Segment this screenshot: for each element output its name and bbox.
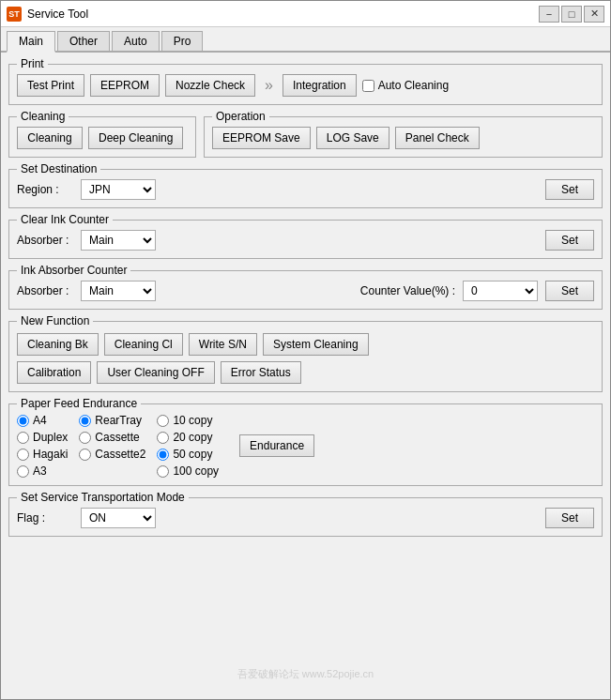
cleaning-operation-row: Cleaning Cleaning Deep Cleaning Operatio… bbox=[8, 113, 603, 158]
title-bar: ST Service Tool − □ ✕ bbox=[1, 1, 610, 27]
radio-10copy-label: 10 copy bbox=[173, 414, 212, 427]
deep-cleaning-button[interactable]: Deep Cleaning bbox=[88, 127, 183, 149]
paper-feed-endurance-label: Paper Feed Endurance bbox=[17, 397, 141, 410]
tab-main[interactable]: Main bbox=[7, 31, 55, 53]
feed-type-col: RearTray Cassette Cassette2 bbox=[79, 414, 145, 478]
flag-select[interactable]: ON OFF bbox=[81, 508, 156, 528]
radio-20copy: 20 copy bbox=[157, 431, 219, 444]
calibration-button[interactable]: Calibration bbox=[17, 361, 91, 384]
auto-cleaning-checkbox[interactable] bbox=[362, 80, 374, 92]
integration-button[interactable]: Integration bbox=[283, 74, 357, 97]
absorber-label-2: Absorber : bbox=[17, 284, 73, 297]
radio-reartray-label: RearTray bbox=[95, 414, 142, 427]
cleaning-bk-button[interactable]: Cleaning Bk bbox=[17, 333, 99, 356]
main-content: Print Test Print EEPROM Nozzle Check » I… bbox=[1, 53, 610, 699]
counter-value-select[interactable]: 0 10 20 50 100 bbox=[463, 281, 538, 301]
system-cleaning-button[interactable]: System Cleaning bbox=[263, 333, 369, 356]
ink-absorber-counter-label: Ink Absorber Counter bbox=[17, 264, 130, 277]
radio-duplex-input[interactable] bbox=[17, 432, 29, 444]
paper-feed-endurance-group: Paper Feed Endurance A4 Duplex Hagaki bbox=[8, 403, 603, 486]
eeprom-button[interactable]: EEPROM bbox=[90, 74, 160, 97]
main-window: ST Service Tool − □ ✕ Main Other Auto Pr… bbox=[0, 0, 611, 700]
radio-cassette2: Cassette2 bbox=[79, 448, 145, 461]
log-save-button[interactable]: LOG Save bbox=[316, 127, 390, 149]
transport-set-button[interactable]: Set bbox=[545, 508, 594, 528]
tab-pro[interactable]: Pro bbox=[161, 31, 204, 51]
radio-50copy: 50 copy bbox=[157, 448, 219, 461]
radio-20copy-label: 20 copy bbox=[173, 431, 212, 444]
app-icon: ST bbox=[7, 7, 22, 22]
close-button[interactable]: ✕ bbox=[584, 6, 604, 23]
copy-count-col: 10 copy 20 copy 50 copy 100 copy bbox=[157, 414, 219, 478]
radio-cassette: Cassette bbox=[79, 431, 145, 444]
radio-hagaki-label: Hagaki bbox=[33, 448, 68, 461]
clear-ink-counter-label: Clear Ink Counter bbox=[17, 213, 113, 226]
radio-10copy: 10 copy bbox=[157, 414, 219, 427]
ink-absorber-set-button[interactable]: Set bbox=[545, 281, 594, 301]
cleaning-group-label: Cleaning bbox=[17, 110, 69, 123]
clear-ink-set-button[interactable]: Set bbox=[545, 230, 594, 251]
radio-duplex-label: Duplex bbox=[33, 431, 68, 444]
test-print-button[interactable]: Test Print bbox=[17, 74, 84, 97]
cleaning-cl-button[interactable]: Cleaning Cl bbox=[104, 333, 183, 356]
radio-a3: A3 bbox=[17, 464, 68, 478]
new-function-label: New Function bbox=[17, 314, 93, 327]
maximize-button[interactable]: □ bbox=[561, 6, 582, 23]
radio-a4-label: A4 bbox=[33, 414, 47, 427]
radio-a3-label: A3 bbox=[33, 464, 47, 478]
tab-other[interactable]: Other bbox=[57, 31, 110, 51]
radio-hagaki-input[interactable] bbox=[17, 449, 29, 461]
tab-bar: Main Other Auto Pro bbox=[1, 27, 610, 53]
error-status-button[interactable]: Error Status bbox=[221, 361, 301, 384]
service-transport-group: Set Service Transportation Mode Flag : O… bbox=[8, 497, 603, 537]
radio-cassette-input[interactable] bbox=[79, 432, 91, 444]
radio-cassette2-input[interactable] bbox=[79, 449, 91, 461]
print-group-label: Print bbox=[17, 57, 48, 70]
auto-cleaning-checkbox-row: Auto Cleaning bbox=[362, 79, 449, 92]
destination-set-button[interactable]: Set bbox=[545, 179, 594, 200]
minimize-button[interactable]: − bbox=[539, 6, 559, 23]
eeprom-save-button[interactable]: EEPROM Save bbox=[212, 127, 311, 149]
radio-a3-input[interactable] bbox=[17, 465, 29, 478]
absorber-label-1: Absorber : bbox=[17, 234, 73, 247]
absorber-select-1[interactable]: Main Sub bbox=[81, 230, 156, 251]
paper-size-col: A4 Duplex Hagaki A3 bbox=[17, 414, 68, 478]
user-cleaning-off-button[interactable]: User Cleaning OFF bbox=[97, 361, 214, 384]
arrow-icon: » bbox=[261, 77, 277, 94]
ink-absorber-counter-group: Ink Absorber Counter Absorber : Main Sub… bbox=[8, 270, 603, 310]
radio-50copy-input[interactable] bbox=[157, 449, 169, 461]
absorber-select-2[interactable]: Main Sub bbox=[81, 281, 156, 301]
cleaning-group: Cleaning Cleaning Deep Cleaning bbox=[8, 116, 196, 158]
set-destination-label: Set Destination bbox=[17, 162, 100, 175]
endurance-col: Endurance bbox=[239, 414, 314, 478]
region-select[interactable]: JPN USA EUR bbox=[81, 179, 156, 200]
window-controls: − □ ✕ bbox=[539, 6, 604, 23]
radio-duplex: Duplex bbox=[17, 431, 68, 444]
set-destination-group: Set Destination Region : JPN USA EUR Set bbox=[8, 169, 603, 208]
radio-100copy: 100 copy bbox=[157, 464, 219, 478]
radio-100copy-input[interactable] bbox=[157, 465, 169, 478]
radio-a4-input[interactable] bbox=[17, 415, 29, 427]
endurance-button[interactable]: Endurance bbox=[239, 434, 314, 457]
nozzle-check-button[interactable]: Nozzle Check bbox=[165, 74, 255, 97]
radio-20copy-input[interactable] bbox=[157, 432, 169, 444]
write-sn-button[interactable]: Write S/N bbox=[189, 333, 257, 356]
new-function-group: New Function Cleaning Bk Cleaning Cl Wri… bbox=[8, 321, 603, 392]
panel-check-button[interactable]: Panel Check bbox=[395, 127, 480, 149]
app-icon-text: ST bbox=[8, 9, 20, 19]
operation-group: Operation EEPROM Save LOG Save Panel Che… bbox=[204, 116, 603, 158]
cleaning-button[interactable]: Cleaning bbox=[17, 127, 83, 149]
radio-hagaki: Hagaki bbox=[17, 448, 68, 461]
tab-auto[interactable]: Auto bbox=[112, 31, 160, 51]
radio-100copy-label: 100 copy bbox=[173, 464, 219, 478]
radio-reartray-input[interactable] bbox=[79, 415, 91, 427]
radio-10copy-input[interactable] bbox=[157, 415, 169, 427]
window-title: Service Tool bbox=[27, 8, 533, 21]
auto-cleaning-label: Auto Cleaning bbox=[378, 79, 449, 92]
clear-ink-counter-group: Clear Ink Counter Absorber : Main Sub Se… bbox=[8, 220, 603, 259]
flag-label: Flag : bbox=[17, 511, 73, 525]
radio-cassette2-label: Cassette2 bbox=[95, 448, 145, 461]
radio-cassette-label: Cassette bbox=[95, 431, 139, 444]
radio-a4: A4 bbox=[17, 414, 68, 427]
region-label: Region : bbox=[17, 183, 73, 196]
